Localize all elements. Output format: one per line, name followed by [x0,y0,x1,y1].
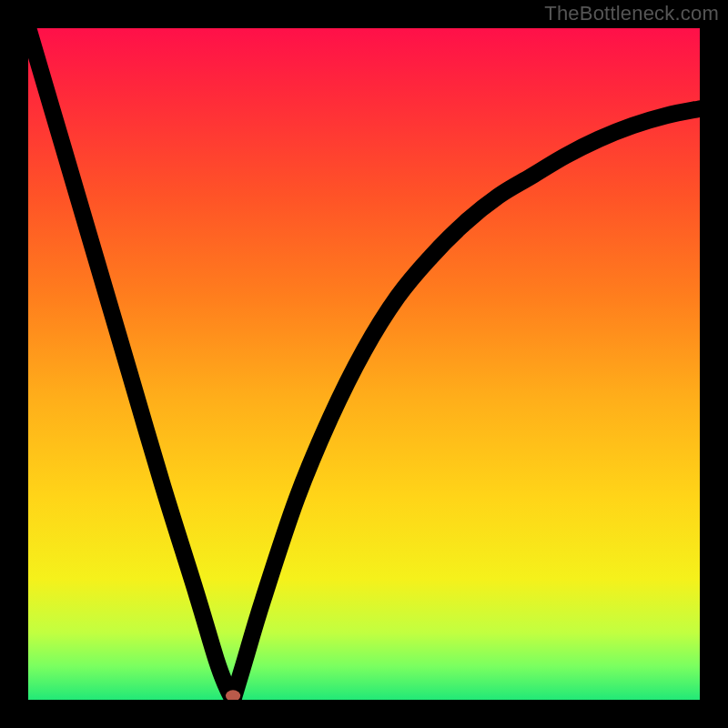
chart-container: TheBottleneck.com [0,0,728,728]
watermark-text: TheBottleneck.com [544,2,719,25]
bottleneck-plot [28,28,700,700]
